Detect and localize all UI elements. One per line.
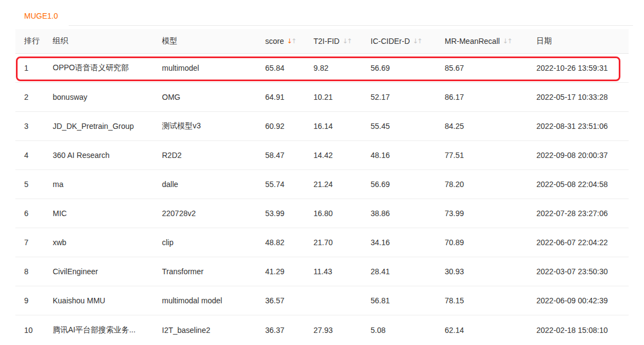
cell-rank: 2 xyxy=(24,93,53,101)
header-org: 组织 xyxy=(53,36,162,46)
table-row-rank-8: 8 CivilEngineer Transformer 41.29 11.43 … xyxy=(15,257,629,286)
cell-org: OPPO语音语义研究部 xyxy=(53,63,162,73)
header-score: score ↓↑ xyxy=(265,37,313,46)
cell-ic-cider-d: 48.16 xyxy=(371,151,445,160)
sort-asc-arrow-icon: ↑ xyxy=(507,38,511,44)
cell-mr-meanrecall: 84.25 xyxy=(445,122,536,131)
leaderboard-table: 排行 组织 模型 score ↓↑ T2I-FID ↓↑ IC-CIDEr-D … xyxy=(15,29,629,344)
cell-t2i-fid: 11.43 xyxy=(313,267,371,276)
cell-org: JD_DK_Pretrain_Group xyxy=(53,122,162,131)
header-t2i-fid-label: T2I-FID xyxy=(313,37,339,46)
cell-org: 腾讯AI平台部搜索业务... xyxy=(53,325,162,335)
cell-ic-cider-d: 56.69 xyxy=(371,64,445,72)
table-header-row: 排行 组织 模型 score ↓↑ T2I-FID ↓↑ IC-CIDEr-D … xyxy=(15,29,629,54)
tab-bar-divider xyxy=(69,5,633,26)
cell-rank: 10 xyxy=(24,326,53,335)
header-date: 日期 xyxy=(536,36,629,46)
cell-date: 2022-03-07 23:50:30 xyxy=(536,267,629,276)
cell-date: 2022-10-26 13:59:31 xyxy=(536,64,629,72)
tab-muge1.0[interactable]: MUGE1.0 xyxy=(15,5,69,26)
sort-asc-arrow-icon: ↑ xyxy=(347,38,351,44)
cell-score: 64.91 xyxy=(265,93,313,101)
cell-model: multimodel xyxy=(162,64,265,72)
cell-t2i-fid: 16.14 xyxy=(313,122,371,131)
cell-score: 60.92 xyxy=(265,122,313,131)
cell-mr-meanrecall: 78.20 xyxy=(445,180,536,189)
cell-ic-cider-d: 28.41 xyxy=(371,267,445,276)
tab-label: MUGE1.0 xyxy=(24,12,58,20)
cell-t2i-fid: 9.82 xyxy=(313,64,371,72)
header-ic-cider-d-label: IC-CIDEr-D xyxy=(371,37,410,46)
cell-date: 2022-05-08 22:04:58 xyxy=(536,180,629,189)
cell-org: ma xyxy=(53,180,162,189)
cell-ic-cider-d: 52.17 xyxy=(371,93,445,101)
table-row-rank-2: 2 bonusway OMG 64.91 10.21 52.17 86.17 2… xyxy=(15,83,629,112)
sort-icon[interactable]: ↓↑ xyxy=(287,38,295,44)
cell-rank: 5 xyxy=(24,180,53,189)
cell-model: clip xyxy=(162,238,265,247)
header-ic-cider-d: IC-CIDEr-D ↓↑ xyxy=(371,37,445,46)
cell-model: multimodal model xyxy=(162,296,265,305)
header-mr-meanrecall: MR-MeanRecall ↓↑ xyxy=(445,37,536,46)
cell-mr-meanrecall: 62.14 xyxy=(445,326,536,335)
cell-t2i-fid: 14.42 xyxy=(313,151,371,160)
cell-org: 360 AI Research xyxy=(53,151,162,160)
cell-mr-meanrecall: 77.51 xyxy=(445,151,536,160)
header-mr-meanrecall-label: MR-MeanRecall xyxy=(445,37,500,46)
cell-model: Transformer xyxy=(162,267,265,276)
cell-rank: 6 xyxy=(24,209,53,218)
cell-date: 2022-08-31 23:51:06 xyxy=(536,122,629,131)
cell-mr-meanrecall: 86.17 xyxy=(445,93,536,101)
cell-ic-cider-d: 38.86 xyxy=(371,209,445,218)
sort-icon[interactable]: ↓↑ xyxy=(342,38,351,44)
cell-model: 220728v2 xyxy=(162,209,265,218)
cell-score: 48.82 xyxy=(265,238,313,247)
tab-bar: MUGE1.0 xyxy=(0,5,633,26)
table-row-rank-4: 4 360 AI Research R2D2 58.47 14.42 48.16… xyxy=(15,141,629,170)
cell-org: xwb xyxy=(53,238,162,247)
table-row-rank-6: 6 MIC 220728v2 53.99 16.80 38.86 73.99 2… xyxy=(15,199,629,228)
cell-rank: 9 xyxy=(24,296,53,305)
table-row-rank-1: 1 OPPO语音语义研究部 multimodel 65.84 9.82 56.6… xyxy=(15,54,629,83)
sort-desc-arrow-icon: ↓ xyxy=(342,38,346,44)
header-rank: 排行 xyxy=(24,36,53,46)
cell-mr-meanrecall: 30.93 xyxy=(445,267,536,276)
cell-ic-cider-d: 5.08 xyxy=(371,326,445,335)
header-score-label: score xyxy=(265,37,284,46)
cell-t2i-fid: 21.70 xyxy=(313,238,371,247)
cell-org: CivilEngineer xyxy=(53,267,162,276)
sort-icon[interactable]: ↓↑ xyxy=(413,38,422,44)
cell-rank: 1 xyxy=(24,64,53,72)
cell-t2i-fid: 27.93 xyxy=(313,326,371,335)
cell-score: 36.57 xyxy=(265,296,313,305)
cell-rank: 3 xyxy=(24,122,53,131)
header-model: 模型 xyxy=(162,36,265,46)
cell-rank: 4 xyxy=(24,151,53,160)
cell-rank: 7 xyxy=(24,238,53,247)
cell-model: OMG xyxy=(162,93,265,101)
table-row-rank-10: 10 腾讯AI平台部搜索业务... I2T_baseline2 36.37 27… xyxy=(15,315,629,344)
cell-mr-meanrecall: 85.67 xyxy=(445,64,536,72)
cell-score: 58.47 xyxy=(265,151,313,160)
cell-score: 53.99 xyxy=(265,209,313,218)
cell-date: 2022-06-07 22:04:22 xyxy=(536,238,629,247)
table-row-rank-5: 5 ma dalle 55.74 21.24 56.69 78.20 2022-… xyxy=(15,170,629,199)
cell-ic-cider-d: 34.16 xyxy=(371,238,445,247)
sort-icon[interactable]: ↓↑ xyxy=(502,38,511,44)
table-row-rank-9: 9 Kuaishou MMU multimodal model 36.57 56… xyxy=(15,286,629,315)
header-t2i-fid: T2I-FID ↓↑ xyxy=(313,37,371,46)
cell-model: R2D2 xyxy=(162,151,265,160)
cell-model: I2T_baseline2 xyxy=(162,326,265,335)
cell-ic-cider-d: 56.81 xyxy=(371,296,445,305)
cell-date: 2022-09-08 20:00:37 xyxy=(536,151,629,160)
cell-mr-meanrecall: 78.15 xyxy=(445,296,536,305)
cell-rank: 8 xyxy=(24,267,53,276)
cell-ic-cider-d: 56.69 xyxy=(371,180,445,189)
sort-asc-arrow-icon: ↑ xyxy=(417,38,422,44)
cell-org: bonusway xyxy=(53,93,162,101)
cell-mr-meanrecall: 70.89 xyxy=(445,238,536,247)
cell-t2i-fid: 16.80 xyxy=(313,209,371,218)
cell-ic-cider-d: 55.45 xyxy=(371,122,445,131)
sort-desc-arrow-icon: ↓ xyxy=(502,38,507,44)
cell-t2i-fid: 21.24 xyxy=(313,180,371,189)
